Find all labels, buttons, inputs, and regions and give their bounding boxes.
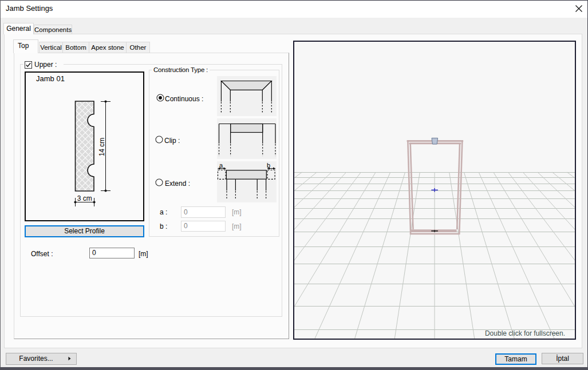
svg-text:b: b [267,162,270,169]
svg-text:Jamb 01: Jamb 01 [36,74,65,83]
svg-text:14 cm: 14 cm [98,138,106,157]
svg-text:Double click for fullscreen.: Double click for fullscreen. [485,329,565,337]
svg-text:3 cm: 3 cm [77,194,92,202]
